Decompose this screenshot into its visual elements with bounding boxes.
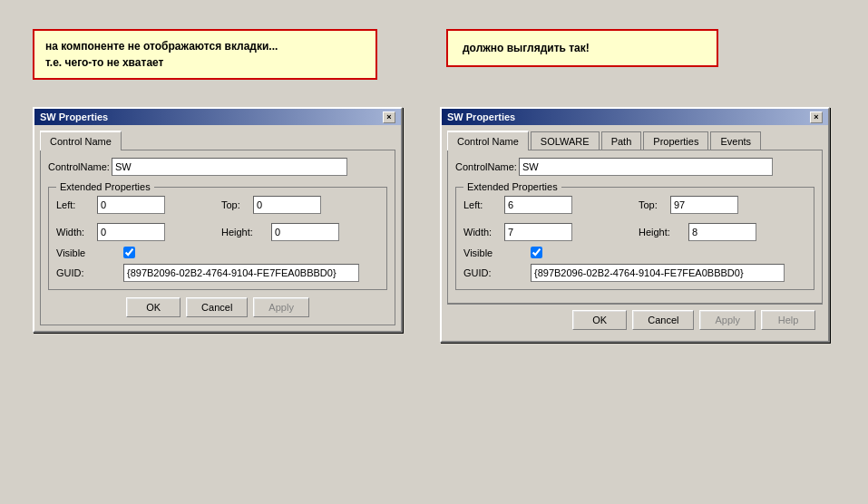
left-left-label: Left: bbox=[56, 199, 97, 210]
left-top-row: Top: bbox=[221, 196, 379, 214]
left-guid-input[interactable] bbox=[123, 264, 359, 282]
right-annotation-text: должно выглядить так! bbox=[463, 42, 590, 54]
right-dialog-title: SW Properties bbox=[447, 111, 515, 122]
left-tab-bar: Control Name bbox=[40, 131, 395, 150]
right-extended-legend: Extended Properties bbox=[463, 181, 561, 192]
right-top-input[interactable] bbox=[670, 196, 738, 214]
right-tab-solware[interactable]: SOLWARE bbox=[531, 131, 600, 150]
left-width-row: Width: bbox=[56, 223, 214, 241]
left-dialog: SW Properties × Control Name ControlName… bbox=[33, 107, 403, 333]
right-bottom-bar: OK Cancel Apply Help bbox=[447, 304, 823, 335]
right-dialog: SW Properties × Control Name SOLWARE Pat… bbox=[440, 107, 830, 343]
right-width-row: Width: bbox=[463, 223, 631, 241]
right-left-label: Left: bbox=[463, 199, 504, 210]
right-left-row: Left: bbox=[463, 196, 631, 214]
left-width-label: Width: bbox=[56, 227, 97, 237]
right-visible-label: Visible bbox=[463, 247, 527, 258]
left-control-name-input[interactable] bbox=[112, 158, 347, 176]
right-help-button[interactable]: Help bbox=[761, 310, 815, 330]
left-left-row: Left: bbox=[56, 196, 214, 214]
left-apply-button[interactable]: Apply bbox=[253, 297, 309, 317]
right-guid-input[interactable] bbox=[531, 264, 785, 282]
right-left-input[interactable] bbox=[504, 196, 572, 214]
right-visible-row: Visible bbox=[463, 247, 806, 258]
left-guid-label: GUID: bbox=[56, 267, 120, 278]
right-width-input[interactable] bbox=[504, 223, 572, 241]
right-annotation: должно выглядить так! bbox=[446, 29, 718, 67]
left-top-label: Top: bbox=[221, 199, 253, 210]
left-tab-content: ControlName: Extended Properties Left: T… bbox=[40, 150, 395, 325]
left-dialog-body: Control Name ControlName: Extended Prope… bbox=[34, 125, 401, 331]
right-height-row: Height: bbox=[639, 223, 806, 241]
left-extended-legend: Extended Properties bbox=[56, 181, 154, 192]
right-dialog-titlebar: SW Properties × bbox=[442, 109, 828, 125]
right-control-name-row: ControlName: bbox=[455, 158, 814, 176]
left-height-input[interactable] bbox=[271, 223, 339, 241]
right-extended-props: Extended Properties Left: Top: Width: bbox=[455, 181, 814, 290]
left-width-input[interactable] bbox=[97, 223, 165, 241]
left-dialog-close[interactable]: × bbox=[383, 111, 395, 123]
right-tab-events[interactable]: Events bbox=[710, 131, 761, 150]
left-control-name-row: ControlName: bbox=[48, 158, 387, 176]
right-tab-control-name[interactable]: Control Name bbox=[447, 131, 529, 150]
right-control-name-label: ControlName: bbox=[455, 161, 519, 172]
right-control-name-input[interactable] bbox=[519, 158, 773, 176]
left-button-row: OK Cancel Apply bbox=[48, 297, 387, 317]
left-left-input[interactable] bbox=[97, 196, 165, 214]
left-props-grid: Left: Top: Width: Height: bbox=[56, 196, 379, 247]
right-top-row: Top: bbox=[639, 196, 806, 214]
right-top-label: Top: bbox=[639, 199, 670, 210]
left-visible-row: Visible bbox=[56, 247, 379, 258]
right-height-input[interactable] bbox=[688, 223, 756, 241]
right-guid-label: GUID: bbox=[463, 267, 527, 278]
right-tab-properties[interactable]: Properties bbox=[643, 131, 708, 150]
left-annotation-text1: на компоненте не отображаются вкладки... bbox=[45, 40, 278, 53]
left-top-input[interactable] bbox=[253, 196, 321, 214]
right-cancel-button[interactable]: Cancel bbox=[632, 310, 694, 330]
right-tab-path[interactable]: Path bbox=[601, 131, 642, 150]
right-visible-checkbox[interactable] bbox=[531, 247, 542, 258]
left-cancel-button[interactable]: Cancel bbox=[186, 297, 248, 317]
right-dialog-body: Control Name SOLWARE Path Properties Eve… bbox=[442, 125, 828, 341]
right-tab-bar: Control Name SOLWARE Path Properties Eve… bbox=[447, 131, 823, 150]
left-extended-props: Extended Properties Left: Top: Width: bbox=[48, 181, 387, 290]
left-visible-checkbox[interactable] bbox=[123, 247, 135, 258]
left-height-label: Height: bbox=[221, 227, 271, 237]
left-dialog-title: SW Properties bbox=[40, 111, 108, 122]
left-dialog-titlebar: SW Properties × bbox=[34, 109, 401, 125]
left-control-name-label: ControlName: bbox=[48, 161, 112, 172]
right-width-label: Width: bbox=[463, 227, 504, 237]
left-height-row: Height: bbox=[221, 223, 379, 241]
left-guid-row: GUID: bbox=[56, 264, 379, 282]
right-ok-button[interactable]: OK bbox=[572, 310, 627, 330]
left-annotation-text2: т.е. чего-то не хватает bbox=[45, 56, 163, 69]
right-dialog-close[interactable]: × bbox=[810, 111, 823, 123]
left-tab-control-name[interactable]: Control Name bbox=[40, 131, 122, 150]
left-visible-label: Visible bbox=[56, 247, 120, 258]
right-height-label: Height: bbox=[639, 227, 688, 237]
right-guid-row: GUID: bbox=[463, 264, 806, 282]
left-annotation: на компоненте не отображаются вкладки...… bbox=[33, 29, 377, 80]
right-props-grid: Left: Top: Width: Height: bbox=[463, 196, 806, 247]
right-tab-content: ControlName: Extended Properties Left: T… bbox=[447, 150, 823, 304]
right-apply-button[interactable]: Apply bbox=[699, 310, 756, 330]
left-ok-button[interactable]: OK bbox=[126, 297, 180, 317]
